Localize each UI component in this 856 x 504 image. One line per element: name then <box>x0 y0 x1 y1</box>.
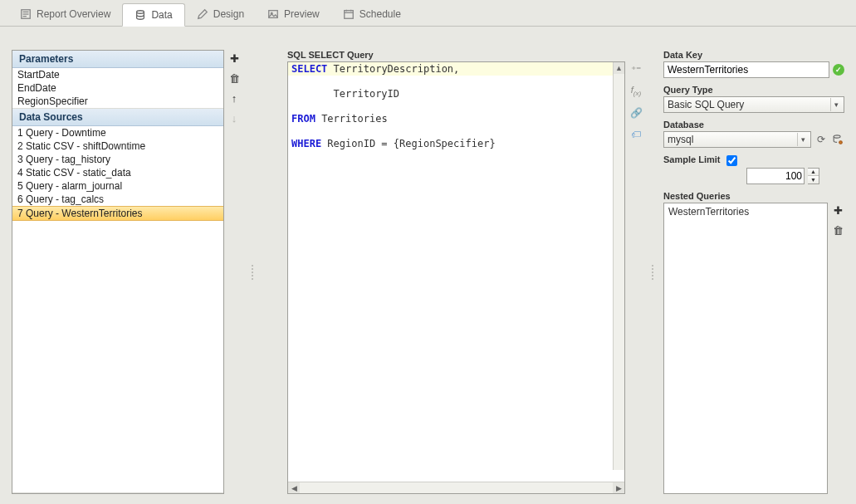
move-down-button[interactable]: ↓ <box>227 111 241 125</box>
splitter-left[interactable] <box>249 50 256 494</box>
data-key-input[interactable] <box>663 61 829 78</box>
data-sources-header: Data Sources <box>12 109 223 126</box>
query-type-label: Query Type <box>663 85 844 95</box>
trash-icon: 🗑 <box>833 225 844 236</box>
report-overview-icon <box>20 8 32 20</box>
data-source-item[interactable]: 5 Query - alarm_journal <box>12 179 223 193</box>
nested-add-button[interactable]: ✚ <box>831 204 844 218</box>
scroll-left-icon: ◀ <box>288 482 300 493</box>
chevron-down-icon: ▾ <box>797 133 809 146</box>
sql-editor-label: SQL SELECT Query <box>287 50 643 60</box>
fx-icon: f(x) <box>631 85 641 97</box>
tab-data[interactable]: Data <box>122 3 184 27</box>
nested-queries-label: Nested Queries <box>663 191 844 201</box>
data-source-item[interactable]: 6 Query - tag_calcs <box>12 193 223 206</box>
trash-icon: 🗑 <box>229 73 240 84</box>
svg-point-12 <box>839 141 843 144</box>
image-icon <box>267 8 279 20</box>
svg-point-11 <box>834 135 840 138</box>
plus-icon: ✚ <box>230 53 239 64</box>
chevron-down-icon: ▾ <box>830 98 842 111</box>
validation-ok-icon: ✓ <box>833 64 844 76</box>
data-key-label: Data Key <box>663 50 844 60</box>
function-button[interactable]: f(x) <box>629 85 643 98</box>
data-source-item[interactable]: 2 Static CSV - shiftDowntime <box>12 139 223 153</box>
data-source-item[interactable]: 4 Static CSV - static_data <box>12 166 223 179</box>
calendar-icon <box>343 8 355 20</box>
move-up-button[interactable]: ↑ <box>227 91 241 105</box>
sql-text: RegionID = {RegionSpecifier} <box>321 138 496 149</box>
sql-text: TerritoryID <box>291 88 399 100</box>
tab-label: Report Overview <box>37 8 110 20</box>
parameters-list: StartDate EndDate RegionSpecifier <box>12 68 223 109</box>
svg-rect-5 <box>269 11 278 18</box>
spinner-down-icon: ▼ <box>808 176 819 183</box>
parameters-header: Parameters <box>12 51 223 68</box>
horizontal-scrollbar[interactable]: ◀ ▶ <box>288 482 624 493</box>
left-panel: Parameters StartDate EndDate RegionSpeci… <box>12 50 224 494</box>
sql-keyword: SELECT <box>291 63 327 75</box>
tab-label: Design <box>213 8 244 20</box>
link-button[interactable]: 🔗 <box>629 106 643 120</box>
tag-button[interactable]: 🏷 <box>629 128 643 141</box>
scroll-right-icon: ▶ <box>613 482 624 493</box>
expand-icon: ⁺⁼ <box>631 64 641 76</box>
sample-limit-checkbox[interactable] <box>726 155 737 166</box>
nested-delete-button[interactable]: 🗑 <box>831 224 844 237</box>
tab-preview[interactable]: Preview <box>256 2 331 26</box>
sql-toolbar: ⁺⁼ f(x) 🔗 🏷 <box>629 61 643 494</box>
database-icon <box>135 9 146 21</box>
scroll-up-icon: ▲ <box>614 62 624 74</box>
arrow-down-icon: ↓ <box>232 113 237 124</box>
splitter-right[interactable] <box>650 50 655 494</box>
tab-report-overview[interactable]: Report Overview <box>8 2 122 26</box>
sql-text: TerritoryDescription, <box>327 63 459 75</box>
database-gear-icon <box>832 134 844 145</box>
middle-column: SQL SELECT Query SELECT TerritoryDescrip… <box>287 50 643 494</box>
refresh-button[interactable]: ⟳ <box>814 133 828 146</box>
db-settings-button[interactable] <box>831 133 844 146</box>
sample-limit-label: Sample Limit <box>663 154 844 166</box>
svg-rect-7 <box>345 11 354 19</box>
tab-design[interactable]: Design <box>185 2 256 26</box>
expand-button[interactable]: ⁺⁼ <box>629 63 643 76</box>
vertical-scrollbar[interactable]: ▲ <box>613 62 624 470</box>
nested-query-item[interactable]: WesternTerritories <box>668 206 823 218</box>
link-icon: 🔗 <box>630 107 643 119</box>
sql-editor[interactable]: SELECT TerritoryDescription, TerritoryID… <box>287 61 625 494</box>
add-button[interactable]: ✚ <box>227 51 241 65</box>
parameter-item[interactable]: StartDate <box>12 68 223 81</box>
nested-queries-list[interactable]: WesternTerritories <box>663 203 828 494</box>
tag-icon: 🏷 <box>631 129 641 140</box>
plus-icon: ✚ <box>834 205 843 216</box>
tab-label: Schedule <box>360 8 401 20</box>
refresh-icon: ⟳ <box>817 134 825 145</box>
tab-label: Preview <box>284 8 320 20</box>
sample-limit-spinner[interactable]: ▲ ▼ <box>808 168 819 184</box>
tab-schedule[interactable]: Schedule <box>331 2 413 26</box>
data-source-item[interactable]: 1 Query - Downtime <box>12 126 223 139</box>
data-source-item[interactable]: 3 Query - tag_history <box>12 153 223 166</box>
right-column: Data Key ✓ Query Type Basic SQL Query ▾ … <box>663 50 844 494</box>
sample-limit-input[interactable] <box>746 168 805 184</box>
sql-keyword: FROM <box>291 113 315 125</box>
main-area: Parameters StartDate EndDate RegionSpeci… <box>0 27 856 504</box>
spinner-up-icon: ▲ <box>808 169 819 177</box>
database-value: mysql <box>668 134 693 145</box>
left-column: Parameters StartDate EndDate RegionSpeci… <box>12 50 242 494</box>
svg-point-4 <box>137 11 144 14</box>
arrow-up-icon: ↑ <box>232 93 237 104</box>
parameter-item[interactable]: RegionSpecifier <box>12 95 223 108</box>
sql-keyword: WHERE <box>291 138 321 149</box>
parameter-item[interactable]: EndDate <box>12 81 223 95</box>
pencil-icon <box>197 8 208 20</box>
data-source-item-selected[interactable]: 7 Query - WesternTerritories <box>12 206 223 221</box>
delete-button[interactable]: 🗑 <box>227 71 241 85</box>
query-type-value: Basic SQL Query <box>668 99 744 110</box>
data-sources-list: 1 Query - Downtime 2 Static CSV - shiftD… <box>12 126 223 493</box>
sql-text: Territories <box>315 113 388 125</box>
nested-toolbar: ✚ 🗑 <box>831 203 844 494</box>
tab-bar: Report Overview Data Design Preview Sche… <box>0 0 856 27</box>
query-type-select[interactable]: Basic SQL Query ▾ <box>663 96 844 113</box>
database-select[interactable]: mysql ▾ <box>663 131 811 148</box>
